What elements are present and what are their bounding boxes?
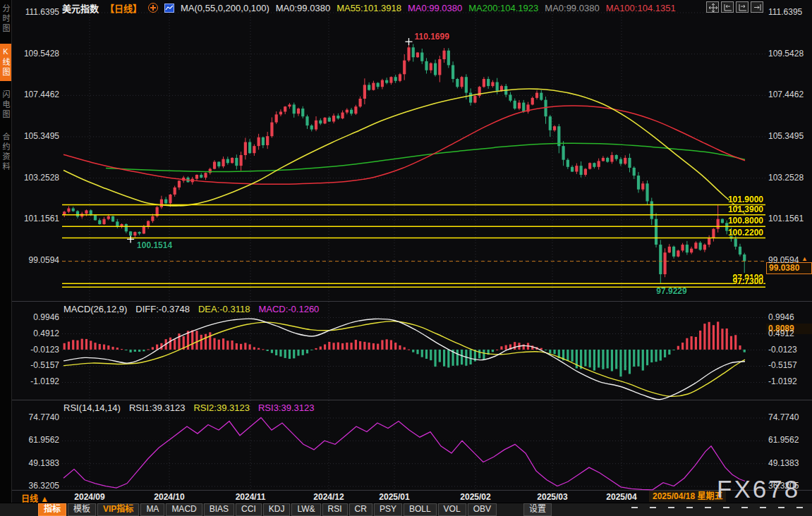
ma-value-2: MA0:99.0380 — [408, 3, 462, 13]
toolbar-button-vol[interactable]: VOL — [438, 503, 466, 516]
ma-value-0: MA0:99.0380 — [276, 3, 330, 13]
compress-left-button[interactable] — [721, 1, 734, 13]
kline-chart-icon[interactable] — [164, 4, 174, 13]
toolbar-button-indicator[interactable]: 指标 — [38, 503, 66, 516]
toolbar-button-template[interactable]: 模板 — [68, 503, 96, 516]
candles — [63, 42, 746, 283]
toolbar-dashed-line — [631, 507, 808, 508]
ma-value-1: MA55:101.3918 — [337, 3, 401, 13]
current-date-label: 2025/04/18 星期五 — [649, 491, 726, 502]
compress-right-icon — [737, 3, 747, 12]
symbol-name: 美元指数 — [62, 1, 99, 15]
bottom-toolbar: 指标模板VIP指标MAMACDBIASCCIKDJLW&RSICRPSYBOLL… — [0, 503, 812, 516]
macd-panel-header: MACD(26,12,9) DIFF:-0.3748 DEA:-0.3118 M… — [63, 304, 319, 314]
toolbar-button-obv[interactable]: OBV — [468, 503, 497, 516]
toolbar-button-ma[interactable]: MA — [140, 503, 164, 516]
rsi3-value: RSI3:39.3123 — [258, 403, 315, 413]
rsi-panel-header: RSI(14,14,14) RSI1:39.3123 RSI2:39.3123 … — [63, 403, 314, 413]
toolbar-button-bias[interactable]: BIAS — [204, 503, 234, 516]
ma-value-5: MA100:104.1351 — [606, 3, 676, 13]
ma-legend: MA0:99.0380MA55:101.3918MA0:99.0380MA200… — [276, 3, 676, 13]
ma-settings: MA(0,55,0,200,0,100) — [181, 3, 269, 13]
add-indicator-icon[interactable] — [148, 3, 158, 13]
rsi1-value: RSI1:39.3123 — [129, 403, 186, 413]
rsi-title: RSI(14,14,14) — [63, 403, 121, 413]
ma-value-3: MA200:104.1923 — [468, 3, 538, 13]
go-latest-icon — [752, 3, 762, 12]
sidebar-item-contract-info[interactable]: 合约资料 — [0, 133, 11, 172]
go-latest-button[interactable] — [751, 1, 763, 13]
ma-value-4: MA0:99.0380 — [545, 3, 599, 13]
toolbar-button-vip[interactable]: VIP指标 — [97, 503, 139, 516]
compress-left-icon — [722, 3, 732, 12]
chart-window-buttons — [706, 1, 763, 13]
toolbar-button-cci[interactable]: CCI — [236, 503, 262, 516]
toolbar-button-settings[interactable]: 设置 — [523, 503, 552, 516]
sidebar-item-kline-chart[interactable]: K线图 — [0, 44, 11, 81]
toolbar-button-cr[interactable]: CR — [349, 503, 372, 516]
toolbar-button-macd[interactable]: MACD — [166, 503, 202, 516]
sidebar-item-flash-chart[interactable]: 闪电图 — [0, 90, 11, 120]
left-sidebar: 分时图K线图闪电图合约资料 — [0, 0, 12, 516]
toolbar-button-lw[interactable]: LW& — [291, 503, 320, 516]
move-crosshair-icon — [708, 3, 717, 12]
date-axis-row: 日线 ▲ 2025/04/18 星期五 — [12, 491, 812, 503]
period-tag[interactable]: 【日线】 — [105, 1, 142, 15]
fx678-watermark: FX678 — [717, 475, 800, 503]
toolbar-button-boll[interactable]: BOLL — [404, 503, 437, 516]
toolbar-button-psy[interactable]: PSY — [374, 503, 402, 516]
rsi2-value: RSI2:39.3123 — [193, 403, 250, 413]
compress-right-button[interactable] — [736, 1, 749, 13]
sidebar-item-time-chart[interactable]: 分时图 — [0, 4, 11, 34]
toolbar-button-kdj[interactable]: KDJ — [263, 503, 291, 516]
macd-dea-value: DEA:-0.3118 — [198, 304, 250, 314]
macd-title: MACD(26,12,9) — [63, 304, 127, 314]
toolbar-button-rsi[interactable]: RSI — [322, 503, 348, 516]
macd-diff-value: DIFF:-0.3748 — [135, 304, 190, 314]
chart-header: 美元指数 【日线】 MA(0,55,0,200,0,100) MA0:99.03… — [62, 2, 676, 13]
candlestick-chart[interactable] — [0, 0, 812, 491]
trading-app-window: 分时图K线图闪电图合约资料 美元指数 【日线】 MA(0,55,0,200,0,… — [0, 0, 812, 516]
macd-macd-value: MACD:-0.1260 — [258, 304, 319, 314]
move-crosshair-button[interactable] — [706, 1, 719, 13]
